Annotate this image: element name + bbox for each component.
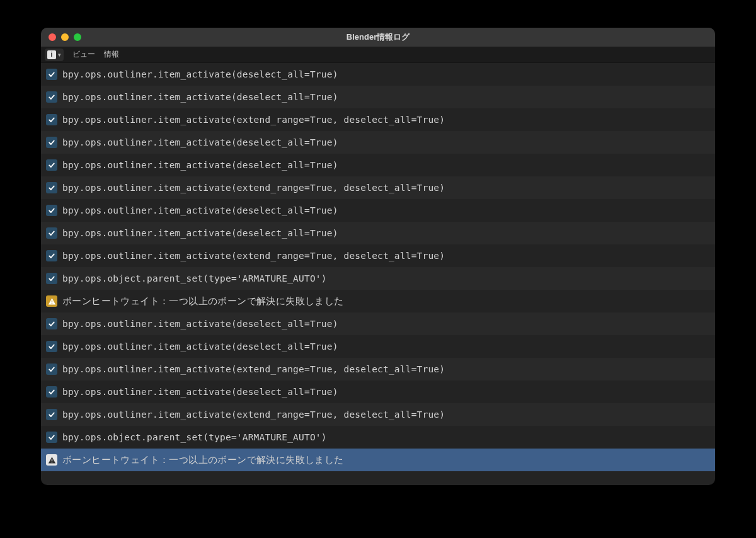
log-text: bpy.ops.outliner.item_activate(deselect_… bbox=[62, 160, 338, 170]
log-text: bpy.ops.outliner.item_activate(deselect_… bbox=[62, 69, 338, 79]
log-text: bpy.ops.outliner.item_activate(deselect_… bbox=[62, 387, 338, 397]
menu-view[interactable]: ビュー bbox=[72, 49, 95, 60]
log-row[interactable]: bpy.ops.outliner.item_activate(extend_ra… bbox=[41, 244, 715, 267]
svg-rect-2 bbox=[51, 459, 52, 461]
log-text: bpy.ops.outliner.item_activate(extend_ra… bbox=[62, 409, 445, 420]
check-icon bbox=[46, 386, 57, 398]
log-row[interactable]: bpy.ops.outliner.item_activate(extend_ra… bbox=[41, 403, 715, 426]
log-text: bpy.ops.outliner.item_activate(extend_ra… bbox=[62, 251, 445, 261]
close-button[interactable] bbox=[49, 33, 56, 41]
toolbar: i ▾ ビュー 情報 bbox=[41, 47, 715, 63]
check-icon bbox=[46, 363, 57, 375]
log-text: bpy.ops.outliner.item_activate(deselect_… bbox=[62, 137, 338, 147]
log-text: bpy.ops.outliner.item_activate(deselect_… bbox=[62, 341, 338, 352]
log-row[interactable]: bpy.ops.object.parent_set(type='ARMATURE… bbox=[41, 267, 715, 290]
zoom-button[interactable] bbox=[74, 33, 81, 41]
titlebar[interactable]: Blender情報ログ bbox=[41, 28, 715, 47]
log-text: ボーンヒートウェイト：一つ以上のボーンで解決に失敗しました bbox=[62, 295, 344, 307]
log-text: bpy.ops.outliner.item_activate(deselect_… bbox=[62, 319, 338, 329]
log-text: bpy.ops.object.parent_set(type='ARMATURE… bbox=[62, 273, 327, 283]
log-text: bpy.ops.outliner.item_activate(deselect_… bbox=[62, 228, 338, 238]
log-row[interactable]: bpy.ops.outliner.item_activate(extend_ra… bbox=[41, 176, 715, 199]
check-icon bbox=[46, 69, 57, 80]
check-icon bbox=[46, 182, 57, 193]
check-icon bbox=[46, 159, 57, 171]
check-icon bbox=[46, 273, 57, 284]
log-text: ボーンヒートウェイト：一つ以上のボーンで解決に失敗しました bbox=[62, 454, 344, 466]
log-text: bpy.ops.outliner.item_activate(deselect_… bbox=[62, 92, 338, 102]
log-text: bpy.ops.outliner.item_activate(extend_ra… bbox=[62, 115, 445, 125]
svg-rect-3 bbox=[51, 461, 52, 462]
log-row[interactable]: bpy.ops.outliner.item_activate(deselect_… bbox=[41, 86, 715, 108]
menu-info[interactable]: 情報 bbox=[104, 49, 119, 60]
log-row[interactable]: bpy.ops.outliner.item_activate(deselect_… bbox=[41, 312, 715, 335]
check-icon bbox=[46, 432, 57, 443]
svg-rect-1 bbox=[51, 302, 52, 303]
log-row[interactable]: bpy.ops.outliner.item_activate(extend_ra… bbox=[41, 108, 715, 131]
log-row[interactable]: bpy.ops.outliner.item_activate(deselect_… bbox=[41, 131, 715, 154]
chevron-down-icon: ▾ bbox=[58, 52, 61, 58]
log-row[interactable]: bpy.ops.outliner.item_activate(deselect_… bbox=[41, 199, 715, 222]
info-editor-icon: i bbox=[47, 50, 56, 59]
log-row[interactable]: bpy.ops.object.parent_set(type='ARMATURE… bbox=[41, 426, 715, 449]
log-text: bpy.ops.outliner.item_activate(extend_ra… bbox=[62, 183, 445, 193]
warning-icon bbox=[46, 454, 57, 466]
svg-rect-0 bbox=[51, 300, 52, 302]
check-icon bbox=[46, 250, 57, 261]
log-row[interactable]: bpy.ops.outliner.item_activate(deselect_… bbox=[41, 335, 715, 358]
window-title: Blender情報ログ bbox=[41, 31, 715, 43]
log-row[interactable]: bpy.ops.outliner.item_activate(deselect_… bbox=[41, 154, 715, 176]
check-icon bbox=[46, 205, 57, 216]
editor-type-selector[interactable]: i ▾ bbox=[45, 49, 64, 61]
warning-icon bbox=[46, 295, 57, 307]
check-icon bbox=[46, 91, 57, 103]
app-window: Blender情報ログ i ▾ ビュー 情報 bpy.ops.outliner.… bbox=[41, 28, 715, 485]
traffic-lights bbox=[49, 33, 81, 41]
log-list[interactable]: bpy.ops.outliner.item_activate(deselect_… bbox=[41, 63, 715, 485]
log-row[interactable]: bpy.ops.outliner.item_activate(deselect_… bbox=[41, 63, 715, 86]
log-text: bpy.ops.outliner.item_activate(extend_ra… bbox=[62, 364, 445, 374]
check-icon bbox=[46, 137, 57, 148]
log-text: bpy.ops.object.parent_set(type='ARMATURE… bbox=[62, 432, 327, 442]
minimize-button[interactable] bbox=[61, 33, 69, 41]
check-icon bbox=[46, 409, 57, 420]
check-icon bbox=[46, 114, 57, 125]
check-icon bbox=[46, 341, 57, 352]
log-row[interactable]: bpy.ops.outliner.item_activate(extend_ra… bbox=[41, 358, 715, 381]
log-row[interactable]: bpy.ops.outliner.item_activate(deselect_… bbox=[41, 381, 715, 403]
log-row[interactable]: bpy.ops.outliner.item_activate(deselect_… bbox=[41, 222, 715, 244]
log-row[interactable]: ボーンヒートウェイト：一つ以上のボーンで解決に失敗しました bbox=[41, 290, 715, 312]
log-text: bpy.ops.outliner.item_activate(deselect_… bbox=[62, 205, 338, 215]
log-row[interactable]: ボーンヒートウェイト：一つ以上のボーンで解決に失敗しました bbox=[41, 449, 715, 471]
check-icon bbox=[46, 318, 57, 329]
check-icon bbox=[46, 227, 57, 239]
